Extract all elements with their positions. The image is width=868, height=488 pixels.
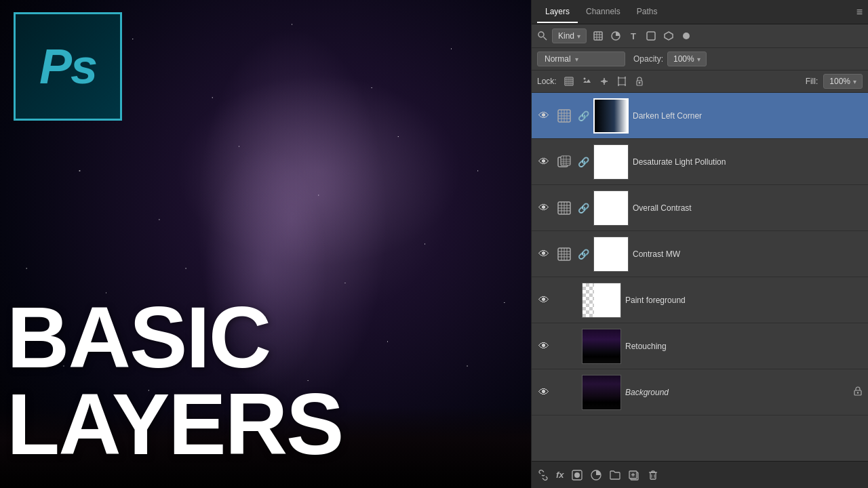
layer-item-background[interactable]: 👁 Background xyxy=(532,369,868,415)
layer-chain-icon: 🔗 xyxy=(578,249,589,260)
layer-item-retouching[interactable]: 👁 Retouching xyxy=(532,323,868,369)
svg-rect-8 xyxy=(647,32,655,40)
svg-rect-20 xyxy=(618,78,625,85)
layer-name-desaturate-light-pollution: Desaturate Light Pollution xyxy=(633,157,863,167)
layer-visibility-toggle[interactable]: 👁 xyxy=(537,340,551,352)
layer-visibility-toggle[interactable]: 👁 xyxy=(537,110,551,122)
layer-item-overall-contrast[interactable]: 👁 🔗 Overall Contrast xyxy=(532,185,868,231)
canvas-title-line1: BASIC xyxy=(7,294,342,381)
blend-chevron-icon: ▾ xyxy=(575,56,578,63)
svg-point-56 xyxy=(857,392,859,393)
layer-name-retouching: Retouching xyxy=(625,342,863,351)
layer-mask-thumbnail-contrast-mw xyxy=(593,237,629,272)
layer-thumbnail-background xyxy=(582,375,621,410)
layer-item-desaturate-light-pollution[interactable]: 👁 🔗 Desaturate Light Pollution xyxy=(532,139,868,185)
opacity-label: Opacity: xyxy=(633,54,663,64)
layer-name-overall-contrast: Overall Contrast xyxy=(633,203,863,213)
panel-bottom-toolbar: fx xyxy=(532,461,868,488)
lock-pixels-icon[interactable] xyxy=(580,75,593,88)
layer-item-paint-foreground[interactable]: 👁 Paint foreground xyxy=(532,277,868,323)
fill-chevron-icon: ▾ xyxy=(853,78,856,85)
svg-rect-2 xyxy=(594,32,602,40)
opacity-chevron-icon: ▾ xyxy=(697,56,701,63)
kind-dropdown[interactable]: Kind ▾ xyxy=(552,28,587,43)
blend-mode-dropdown[interactable]: Normal ▾ xyxy=(537,52,625,66)
lock-transparent-icon[interactable] xyxy=(562,75,576,88)
filter-shape-icon[interactable] xyxy=(644,28,658,43)
canvas-title: BASIC LAYERS xyxy=(7,294,342,468)
layer-name-background: Background xyxy=(625,388,849,397)
photoshop-logo: Ps xyxy=(14,12,122,121)
layer-item-darken-left-corner[interactable]: 👁 🔗 Darken Left Corner xyxy=(532,93,868,139)
svg-rect-35 xyxy=(561,156,570,165)
svg-point-16 xyxy=(583,78,585,80)
svg-point-0 xyxy=(538,32,544,37)
curves-layer-icon2 xyxy=(555,245,574,264)
panel-tabs: Layers Channels Paths ≡ xyxy=(532,0,868,24)
layer-thumbnail-paint-foreground xyxy=(582,283,621,318)
canvas-area: Ps BASIC LAYERS xyxy=(0,0,531,488)
tab-paths[interactable]: Paths xyxy=(629,1,666,23)
layer-effects-button[interactable]: fx xyxy=(556,470,564,480)
smart-object-layer-icon xyxy=(555,152,574,171)
layer-chain-icon: 🔗 xyxy=(578,157,589,167)
new-layer-button[interactable] xyxy=(628,469,640,481)
tab-layers[interactable]: Layers xyxy=(537,1,578,23)
fill-label: Fill: xyxy=(806,77,818,86)
search-icon xyxy=(537,30,548,41)
layers-list: 👁 🔗 Darken Left Corner 👁 xyxy=(532,93,868,461)
filter-smart-object-icon[interactable] xyxy=(661,28,676,43)
lock-label: Lock: xyxy=(537,77,557,86)
layer-chain-icon: 🔗 xyxy=(578,203,589,214)
filter-bar: Kind ▾ xyxy=(532,24,868,48)
lock-icons xyxy=(562,75,646,88)
layer-mask-thumbnail-desaturate xyxy=(593,144,629,180)
layer-visibility-toggle[interactable]: 👁 xyxy=(537,294,551,306)
curves-layer-icon xyxy=(555,199,574,218)
lock-position-icon[interactable] xyxy=(597,75,611,88)
svg-point-58 xyxy=(574,472,580,478)
panel-menu-icon[interactable]: ≡ xyxy=(856,6,863,18)
new-adjustment-layer-button[interactable] xyxy=(590,469,602,481)
filter-toggle-dot[interactable] xyxy=(683,33,690,39)
canvas-title-line2: LAYERS xyxy=(7,381,342,468)
lock-artboard-icon[interactable] xyxy=(615,75,629,88)
layer-name-darken-left-corner: Darken Left Corner xyxy=(633,111,863,121)
svg-point-26 xyxy=(638,82,640,84)
filter-text-icon[interactable]: T xyxy=(626,28,641,43)
fill-input[interactable]: 100% ▾ xyxy=(823,74,863,89)
ps-logo-text: Ps xyxy=(39,39,96,94)
opacity-input[interactable]: 100% ▾ xyxy=(667,52,707,66)
layers-panel: Layers Channels Paths ≡ Kind ▾ xyxy=(531,0,868,488)
chevron-down-icon: ▾ xyxy=(577,33,580,40)
lock-all-icon[interactable] xyxy=(633,75,646,88)
filter-adjustment-icon[interactable] xyxy=(608,28,623,43)
layer-visibility-toggle[interactable]: 👁 xyxy=(537,386,551,399)
layer-chain-icon: 🔗 xyxy=(578,110,589,121)
layer-name-contrast-mw: Contrast MW xyxy=(633,249,863,259)
layer-visibility-toggle[interactable]: 👁 xyxy=(537,156,551,168)
link-layers-button[interactable] xyxy=(537,469,549,481)
adjustment-layer-icon xyxy=(555,106,574,125)
delete-layer-button[interactable] xyxy=(647,469,659,481)
layer-mask-thumbnail-darken xyxy=(593,98,629,134)
add-mask-button[interactable] xyxy=(571,469,583,481)
layer-thumbnail-retouching xyxy=(582,329,621,364)
layer-locked-icon xyxy=(853,386,863,398)
svg-line-1 xyxy=(544,37,547,41)
new-group-button[interactable] xyxy=(609,469,621,481)
layer-visibility-toggle[interactable]: 👁 xyxy=(537,248,551,260)
layer-item-contrast-mw[interactable]: 👁 🔗 Contrast MW xyxy=(532,231,868,277)
filter-icons: T xyxy=(591,28,676,43)
svg-rect-65 xyxy=(650,472,656,479)
blend-mode-row: Normal ▾ Opacity: 100% ▾ xyxy=(532,48,868,70)
filter-pixel-icon[interactable] xyxy=(591,28,606,43)
layer-visibility-toggle[interactable]: 👁 xyxy=(537,202,551,214)
layer-mask-thumbnail-overall-contrast xyxy=(593,190,629,226)
layer-name-paint-foreground: Paint foreground xyxy=(625,296,863,305)
lock-row: Lock: xyxy=(532,70,868,93)
tab-channels[interactable]: Channels xyxy=(578,1,629,23)
